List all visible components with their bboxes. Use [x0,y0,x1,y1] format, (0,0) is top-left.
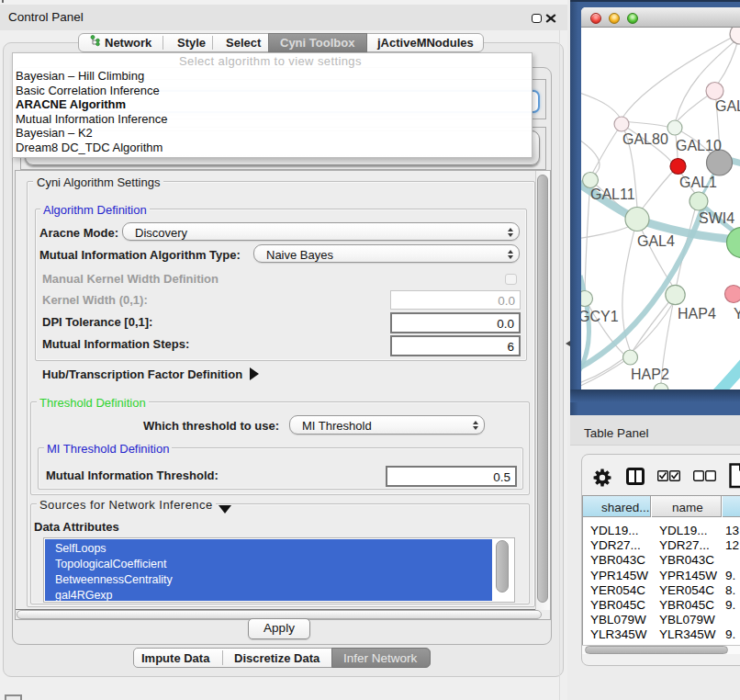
svg-text:GAL10: GAL10 [676,138,722,153]
svg-text:YM: YM [734,306,740,322]
svg-text:SWI4: SWI4 [699,210,734,226]
svg-text:GAL11: GAL11 [590,186,635,202]
svg-text:HAP4: HAP4 [678,306,716,322]
svg-text:GAL7: GAL7 [715,98,740,114]
svg-text:GAL80: GAL80 [622,131,668,147]
svg-text:GAL1: GAL1 [679,175,717,190]
svg-text:GAL4: GAL4 [637,233,675,249]
svg-text:GCY1: GCY1 [581,309,619,324]
svg-text:HAP2: HAP2 [631,367,669,382]
